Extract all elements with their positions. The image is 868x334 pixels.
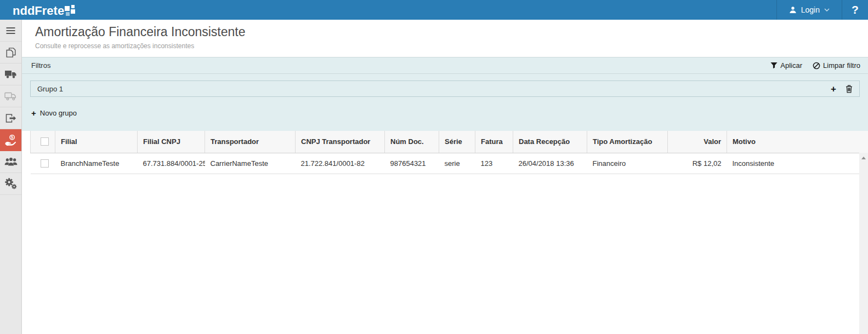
plus-icon: + (31, 109, 36, 117)
cell-valor: R$ 12,02 (668, 153, 727, 174)
sidebar-item-users[interactable] (0, 151, 21, 173)
copy-icon (5, 47, 16, 58)
cell-serie: serie (439, 153, 475, 174)
brand-text: nddFrete (13, 4, 64, 18)
trash-icon (846, 85, 853, 93)
sidebar-item-delivery[interactable] (0, 85, 21, 107)
col-serie: Série (439, 131, 475, 153)
page-header: Amortização Financeira Inconsistente Con… (22, 20, 868, 57)
apply-filter-label: Aplicar (780, 61, 802, 70)
cell-fatura: 123 (475, 153, 513, 174)
select-all-checkbox[interactable] (41, 137, 49, 146)
page-title: Amortização Financeira Inconsistente (35, 25, 868, 39)
results-table: Filial Filial CNPJ Transportador CNPJ Tr… (30, 131, 868, 174)
main-content: Amortização Financeira Inconsistente Con… (22, 20, 868, 334)
people-icon (4, 157, 18, 166)
login-menu[interactable]: Login (776, 0, 842, 20)
truck-icon (4, 70, 18, 79)
top-bar: nddFrete Login ? (0, 0, 868, 20)
row-select-cell (31, 153, 55, 174)
sidebar-item-settings[interactable] (0, 173, 21, 195)
table-header-row: Filial Filial CNPJ Transportador CNPJ Tr… (31, 131, 868, 153)
page-subtitle: Consulte e reprocesse as amortizações in… (35, 42, 868, 50)
new-group-label: Novo grupo (40, 109, 77, 117)
cell-filial: BranchNameTeste (55, 153, 138, 174)
table-row[interactable]: BranchNameTeste 67.731.884/0001-25 Carri… (31, 153, 868, 174)
sidebar-item-freight[interactable] (0, 64, 21, 85)
new-group-button[interactable]: + Novo grupo (31, 109, 77, 117)
brand-squares-icon (65, 5, 77, 18)
clear-filter-label: Limpar filtro (823, 61, 860, 70)
gears-icon (4, 177, 17, 190)
col-valor: Valor (668, 131, 727, 153)
user-icon (789, 6, 797, 14)
cell-num-doc: 987654321 (385, 153, 439, 174)
col-fatura: Fatura (475, 131, 513, 153)
cell-filial-cnpj: 67.731.884/0001-25 (138, 153, 205, 174)
row-checkbox[interactable] (41, 159, 49, 168)
hamburger-icon (5, 27, 16, 34)
help-button[interactable]: ? (842, 0, 868, 20)
sidebar-item-amortization[interactable]: $ (0, 129, 21, 151)
col-filial-cnpj: Filial CNPJ (138, 131, 205, 153)
filters-bar: Filtros Aplicar Limpar filtro (22, 57, 868, 74)
sidebar-item-documents[interactable] (0, 42, 21, 64)
cell-cnpj-transportador: 21.722.841/0001-82 (296, 153, 385, 174)
cell-tipo-amortizacao: Financeiro (587, 153, 668, 174)
document-export-icon (5, 113, 16, 123)
sidebar-item-export[interactable] (0, 107, 21, 129)
apply-filter-button[interactable]: Aplicar (770, 61, 802, 70)
add-filter-icon[interactable]: + (831, 84, 836, 94)
col-filial: Filial (55, 131, 138, 153)
col-num-doc: Núm Doc. (385, 131, 439, 153)
scroll-up-arrow-icon[interactable] (861, 157, 866, 159)
sidebar: $ (0, 20, 22, 334)
cell-motivo: Inconsistente (727, 153, 868, 174)
col-transportador: Transportador (205, 131, 296, 153)
delete-group-button[interactable] (846, 85, 853, 93)
svg-text:$: $ (11, 135, 13, 140)
chevron-down-icon (824, 8, 830, 11)
col-cnpj-transportador: CNPJ Transportador (296, 131, 385, 153)
truck-outline-icon (4, 91, 18, 101)
slash-circle-icon (813, 62, 820, 70)
select-all-cell (31, 131, 55, 153)
hand-coin-icon: $ (4, 134, 17, 146)
sidebar-item-menu-toggle[interactable] (0, 20, 21, 42)
cell-transportador: CarrierNameTeste (205, 153, 296, 174)
filters-panel: Grupo 1 + (22, 74, 868, 131)
filters-title: Filtros (31, 61, 50, 70)
login-label: Login (801, 5, 820, 14)
brand-logo[interactable]: nddFrete (0, 0, 77, 20)
clear-filter-button[interactable]: Limpar filtro (813, 61, 860, 70)
col-motivo: Motivo (727, 131, 868, 153)
vertical-scrollbar[interactable] (859, 153, 868, 334)
col-data-recepcao: Data Recepção (513, 131, 587, 153)
results-table-area: Filial Filial CNPJ Transportador CNPJ Tr… (22, 131, 868, 334)
filter-group-name: Grupo 1 (37, 85, 63, 93)
col-tipo-amortizacao: Tipo Amortização (587, 131, 668, 153)
help-label: ? (852, 3, 859, 16)
filter-group-header[interactable]: Grupo 1 + (30, 80, 860, 97)
cell-data-recepcao: 26/04/2018 13:36 (513, 153, 587, 174)
funnel-icon (770, 62, 778, 69)
